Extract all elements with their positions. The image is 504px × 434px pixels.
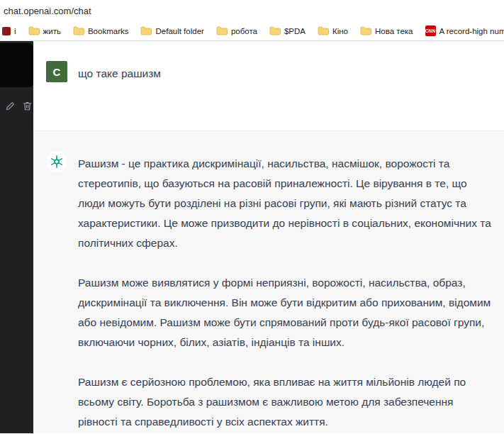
site-favicon-icon (2, 27, 11, 35)
chatgpt-logo-icon (46, 151, 67, 172)
bookmark-item[interactable]: робота (216, 26, 257, 35)
chat-main: C що таке рашизм Рашизм - це практика ди… (33, 41, 504, 433)
bookmark-item[interactable]: Кіно (318, 26, 348, 35)
bookmark-item[interactable]: і (2, 27, 16, 35)
bookmark-label: Default folder (155, 27, 203, 35)
edit-pencil-icon[interactable] (5, 101, 16, 111)
url-text[interactable]: chat.openai.com/chat (4, 6, 91, 16)
bookmark-label: Кіно (332, 27, 348, 35)
bookmark-label: Bookmarks (88, 27, 129, 35)
bookmark-item[interactable]: CNN A record-high num... (425, 26, 504, 36)
assistant-message-text: Рашизм - це практика дискримінації, наси… (78, 151, 491, 432)
chat-sidebar (0, 41, 33, 433)
user-message-text: що таке рашизм (78, 61, 161, 84)
assistant-paragraph: Рашизм може виявлятися у формі неприязні… (78, 273, 491, 352)
app-window: C що таке рашизм Рашизм - це практика ди… (0, 41, 504, 433)
folder-icon (269, 26, 281, 35)
bookmark-label: робота (231, 27, 257, 35)
cnn-icon: CNN (425, 26, 436, 36)
folder-icon (28, 26, 40, 35)
bookmark-label: і (14, 27, 16, 35)
assistant-message-row: Рашизм - це практика дискримінації, наси… (33, 130, 504, 433)
bookmark-item[interactable]: $PDA (269, 26, 306, 35)
bookmark-item[interactable]: Нова тека (360, 26, 413, 35)
folder-icon (318, 26, 329, 35)
assistant-paragraph: Рашизм є серйозною проблемою, яка вплива… (78, 372, 491, 432)
bookmark-label: $PDA (284, 27, 306, 35)
trash-icon[interactable] (22, 101, 33, 111)
bookmark-item[interactable]: жить (28, 26, 61, 35)
user-avatar: C (46, 61, 67, 82)
bookmark-label: A record-high num... (439, 27, 504, 35)
folder-icon (140, 26, 152, 35)
bookmark-label: жить (43, 27, 61, 35)
folder-icon (216, 26, 228, 35)
bookmark-label: Нова тека (375, 27, 413, 35)
user-message-row: C що таке рашизм (33, 41, 504, 130)
selected-conversation-item[interactable] (0, 43, 33, 87)
url-bar[interactable]: chat.openai.com/chat (0, 0, 504, 21)
folder-icon (73, 26, 84, 35)
assistant-paragraph: Рашизм - це практика дискримінації, наси… (78, 154, 491, 253)
bookmarks-bar: і жить Bookmarks Default folder робота $… (0, 21, 504, 41)
bookmark-item[interactable]: Default folder (140, 26, 203, 35)
folder-icon (360, 26, 371, 35)
bookmark-item[interactable]: Bookmarks (73, 26, 129, 35)
